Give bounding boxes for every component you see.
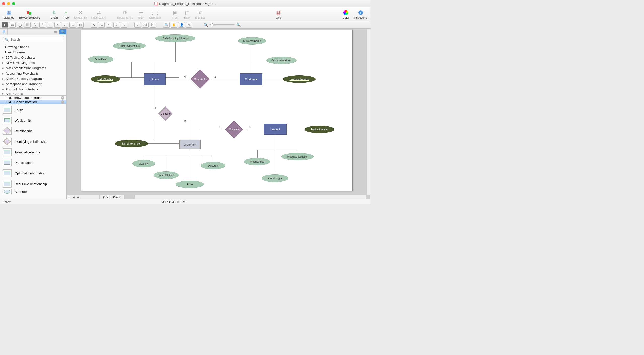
- horizontal-scrollbar[interactable]: ⋮ ◀ ▶ Custom 49% ⇕: [67, 195, 366, 199]
- shape-attribute[interactable]: Attribute: [0, 189, 66, 194]
- search-input[interactable]: [10, 38, 62, 41]
- sidebar-search-icon[interactable]: 🔍: [59, 29, 66, 34]
- canvas-scroll[interactable]: M 1 1 M 1 1 Orders Customer Product Orde…: [67, 29, 366, 195]
- document-title[interactable]: Diagrama_Entidad_Relacion - Page1 ⌵: [154, 2, 216, 6]
- vertical-scrollbar[interactable]: [366, 29, 370, 195]
- arrow-tool-5[interactable]: ⤵: [121, 22, 127, 28]
- attr-order-payment[interactable]: OrderPayment Info: [113, 42, 146, 50]
- attr-product-type[interactable]: ProductType: [262, 174, 288, 182]
- ellipse-tool[interactable]: ◯: [17, 22, 23, 28]
- shape-relationship[interactable]: Relationship: [0, 126, 66, 136]
- entity-customer[interactable]: Customer: [240, 73, 262, 85]
- tree-button[interactable]: ⍋ Tree: [60, 9, 72, 20]
- shape-participation[interactable]: Participation: [0, 157, 66, 168]
- tree-item[interactable]: ▶Active Directory Diagrams: [0, 76, 66, 81]
- rect-tool[interactable]: ▭: [9, 22, 16, 28]
- close-tab-icon[interactable]: ×: [61, 100, 64, 104]
- key-attr-order-number[interactable]: OrderNumber: [91, 75, 120, 83]
- rotate-flip-button[interactable]: ⟳ Rotate & Flip: [115, 9, 135, 20]
- back-button[interactable]: ▢ Back: [181, 9, 193, 20]
- tree-item[interactable]: ▶Accounting Flowcharts: [0, 71, 66, 76]
- attr-price[interactable]: Price: [176, 181, 204, 188]
- front-button[interactable]: ▣ Front: [169, 9, 181, 20]
- close-window-button[interactable]: [2, 2, 5, 5]
- splitter-handle[interactable]: ⋮: [67, 196, 71, 199]
- connector-tool-5[interactable]: ⌙: [69, 22, 76, 28]
- connector-tool-2[interactable]: ┐: [47, 22, 53, 28]
- arrow-tool-4[interactable]: ⤴: [113, 22, 120, 28]
- key-attr-product-number[interactable]: ProductNumber: [305, 126, 334, 133]
- connector-tool-6[interactable]: ▥: [77, 22, 84, 28]
- weak-entity-orderitem[interactable]: OrderItem: [179, 140, 201, 149]
- arrow-tool-1[interactable]: ↘: [91, 22, 97, 28]
- group-tool-2[interactable]: ⿶: [142, 22, 149, 28]
- libtab-crowfoot[interactable]: ERD, crow's foot notation ×: [0, 96, 66, 100]
- zoom-in-icon[interactable]: 🔍: [236, 23, 241, 27]
- identical-button[interactable]: ⧉ Identical: [193, 9, 207, 20]
- line-tool[interactable]: ╲: [32, 22, 38, 28]
- group-tool-3[interactable]: ⿷: [150, 22, 156, 28]
- tree-item[interactable]: ▶Aerospace and Transport: [0, 81, 66, 87]
- tree-item[interactable]: ▶AWS Architecture Diagrams: [0, 65, 66, 71]
- attr-special-options[interactable]: SpecialOptions: [154, 171, 179, 179]
- zoom-slider[interactable]: 🔍 🔍: [203, 23, 241, 27]
- inspectors-button[interactable]: i Inspectors: [352, 9, 369, 20]
- reverse-link-button[interactable]: ⇄ Reverse link: [89, 9, 109, 20]
- pan-tool[interactable]: ✋: [171, 22, 177, 28]
- entity-orders[interactable]: Orders: [144, 73, 166, 85]
- zoom-display[interactable]: Custom 49% ⇕: [99, 195, 125, 199]
- shape-identifying-relationship[interactable]: Identifying relationship: [0, 136, 66, 147]
- arrow-tool-2[interactable]: ↝: [98, 22, 105, 28]
- chain-button[interactable]: ⎌ Chain: [48, 9, 60, 20]
- person-tool[interactable]: 👤: [178, 22, 185, 28]
- libtab-chen[interactable]: ERD, Chen's notation ×: [0, 100, 66, 104]
- align-button[interactable]: ☰ Align: [135, 9, 147, 20]
- delete-link-button[interactable]: ✕ Delete link: [72, 9, 89, 20]
- minimize-window-button[interactable]: [7, 2, 10, 5]
- shape-weak-entity[interactable]: Weak entity: [0, 115, 66, 126]
- connector-tool-1[interactable]: └: [39, 22, 46, 28]
- tree-item[interactable]: ▶Android User Interface: [0, 87, 66, 92]
- attr-quantity[interactable]: Quantity: [132, 160, 155, 167]
- shape-recursive-relationship[interactable]: Recursive relationship: [0, 179, 66, 189]
- close-tab-icon[interactable]: ×: [61, 96, 64, 100]
- distribute-button[interactable]: ⋮⋮ Distribute: [147, 9, 163, 20]
- connector-tool-3[interactable]: ∿: [54, 22, 61, 28]
- tree-item[interactable]: ▶25 Typical Orgcharts: [0, 55, 66, 60]
- browse-solutions-button[interactable]: Browse Solutions: [16, 9, 42, 20]
- text-tool[interactable]: ☰: [24, 22, 31, 28]
- zoom-out-icon[interactable]: 🔍: [203, 23, 208, 27]
- shape-entity[interactable]: Entity: [0, 104, 66, 115]
- tree-item[interactable]: Drawing Shapes: [0, 44, 66, 50]
- relationship-contains-2[interactable]: Contains: [221, 121, 247, 138]
- pencil-tool[interactable]: ✎: [186, 22, 192, 28]
- key-attr-item-line-number[interactable]: ItemLineNumber: [115, 140, 148, 147]
- zoom-stepper-icon[interactable]: ⇕: [119, 196, 121, 199]
- arrow-tool-3[interactable]: ⤳: [106, 22, 112, 28]
- shape-optional-participation[interactable]: Optional participation: [0, 168, 66, 179]
- prev-page-icon[interactable]: ◀: [71, 196, 76, 199]
- attr-order-date[interactable]: OrderDate: [88, 56, 113, 63]
- libraries-button[interactable]: ▦ Libraries: [2, 9, 16, 20]
- attr-product-description[interactable]: ProductDescription: [281, 153, 314, 160]
- next-page-icon[interactable]: ▶: [76, 196, 80, 199]
- sidebar-grid-view-icon[interactable]: ▦: [52, 29, 59, 35]
- attr-order-shipping[interactable]: OrderShippingAddress: [155, 34, 195, 42]
- page[interactable]: M 1 1 M 1 1 Orders Customer Product Orde…: [81, 30, 353, 191]
- sidebar-filter[interactable]: [8, 30, 52, 34]
- tree-item[interactable]: ▶ATM UML Diagrams: [0, 60, 66, 65]
- pointer-tool[interactable]: ➤: [2, 22, 8, 28]
- attr-product-price[interactable]: ProductPrice: [244, 158, 270, 165]
- page-tab[interactable]: [125, 195, 135, 199]
- attr-customer-name[interactable]: CustomerName: [238, 37, 266, 45]
- attr-customer-address[interactable]: CustomerAddress: [266, 57, 297, 64]
- shape-associative-entity[interactable]: Associative entity: [0, 147, 66, 157]
- group-tool-1[interactable]: ⿴: [134, 22, 141, 28]
- attr-discount[interactable]: Discount: [201, 162, 225, 169]
- grid-button[interactable]: ▦ Grid: [273, 9, 284, 20]
- tree-item[interactable]: User Libraries: [0, 50, 66, 55]
- color-button[interactable]: Color: [340, 9, 352, 20]
- zoom-in-tool[interactable]: 🔍: [163, 22, 170, 28]
- relationship-contains-1[interactable]: Contains: [154, 106, 178, 121]
- tree-item[interactable]: ▶Area Charts: [0, 92, 66, 95]
